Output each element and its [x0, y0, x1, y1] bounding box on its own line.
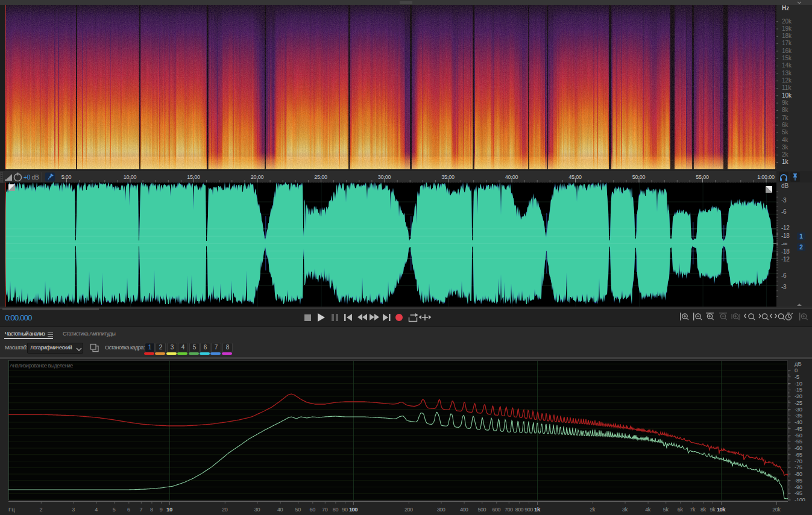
svg-text:35:00: 35:00 — [441, 174, 455, 180]
svg-text:-6: -6 — [781, 272, 787, 279]
svg-text:-35: -35 — [795, 412, 802, 419]
svg-text:20: 20 — [222, 507, 228, 513]
svg-text:9k: 9k — [710, 507, 716, 513]
svg-text:-12: -12 — [781, 225, 790, 231]
svg-text:45:00: 45:00 — [568, 174, 582, 180]
svg-text:Гц: Гц — [8, 506, 15, 513]
svg-text:-95: -95 — [795, 490, 802, 496]
svg-text:50: 50 — [295, 507, 301, 513]
svg-text:-75: -75 — [795, 464, 802, 470]
svg-text:15k: 15k — [782, 55, 792, 61]
svg-text:18k: 18k — [782, 33, 792, 39]
svg-text:6k: 6k — [782, 122, 789, 128]
svg-text:30:00: 30:00 — [378, 174, 391, 180]
svg-text:2k: 2k — [590, 507, 596, 513]
svg-text:10:00: 10:00 — [124, 174, 137, 180]
svg-text:8k: 8k — [782, 107, 789, 113]
svg-text:-30: -30 — [795, 406, 802, 413]
svg-text:8: 8 — [150, 507, 153, 513]
svg-text:20k: 20k — [782, 18, 792, 25]
svg-text:dB: dB — [781, 183, 789, 189]
svg-text:5:00: 5:00 — [61, 174, 72, 180]
svg-text:40:00: 40:00 — [505, 174, 518, 180]
svg-text:-18: -18 — [781, 248, 790, 255]
svg-text:-55: -55 — [795, 438, 802, 445]
svg-text:-85: -85 — [795, 477, 802, 484]
svg-text:1:00:00: 1:00:00 — [757, 174, 775, 180]
svg-text:6: 6 — [127, 507, 130, 513]
svg-text:10k: 10k — [782, 92, 792, 99]
svg-text:25:00: 25:00 — [314, 174, 327, 180]
svg-text:500: 500 — [478, 507, 486, 513]
svg-text:900: 900 — [524, 507, 533, 513]
svg-text:-50: -50 — [795, 432, 802, 439]
svg-text:-60: -60 — [795, 445, 802, 451]
svg-text:8k: 8k — [700, 507, 707, 513]
svg-text:7k: 7k — [782, 114, 789, 121]
svg-text:5k: 5k — [663, 507, 669, 513]
svg-text:20k: 20k — [772, 507, 781, 513]
svg-text:17k: 17k — [782, 40, 792, 46]
svg-text:800: 800 — [515, 507, 524, 513]
svg-text:3k: 3k — [622, 507, 628, 513]
svg-text:4: 4 — [95, 507, 98, 513]
svg-text:0:00.000: 0:00.000 — [5, 313, 32, 322]
svg-text:3: 3 — [72, 507, 75, 513]
svg-text:11k: 11k — [782, 84, 792, 91]
svg-text:15:00: 15:00 — [187, 174, 200, 180]
svg-text:400: 400 — [460, 507, 468, 513]
svg-text:-10: -10 — [795, 380, 802, 387]
svg-text:600: 600 — [493, 507, 501, 513]
svg-text:50:00: 50:00 — [632, 174, 646, 180]
svg-text:40: 40 — [277, 507, 283, 513]
svg-text:-65: -65 — [795, 451, 802, 458]
svg-text:0: 0 — [795, 367, 798, 373]
svg-text:10k: 10k — [717, 506, 726, 513]
svg-text:-∞: -∞ — [781, 240, 787, 247]
svg-text:700: 700 — [505, 507, 513, 513]
svg-text:60: 60 — [310, 507, 316, 513]
svg-text:100: 100 — [349, 506, 357, 513]
svg-text:7k: 7k — [690, 507, 696, 513]
svg-text:4k: 4k — [782, 137, 789, 143]
svg-text:4k: 4k — [645, 507, 651, 513]
svg-text:-70: -70 — [795, 458, 802, 464]
svg-text:3k: 3k — [782, 144, 789, 151]
svg-text:Анализированое выделение: Анализированое выделение — [10, 363, 73, 369]
svg-text:Hz: Hz — [782, 5, 789, 11]
svg-text:-100: -100 — [795, 496, 805, 501]
svg-text:-18: -18 — [781, 233, 790, 239]
svg-text:+0: +0 — [24, 174, 31, 181]
svg-text:14k: 14k — [782, 62, 792, 69]
svg-text:13k: 13k — [782, 70, 792, 76]
svg-text:19k: 19k — [782, 25, 792, 32]
svg-text:300: 300 — [437, 507, 445, 513]
svg-text:70: 70 — [322, 507, 328, 513]
svg-text:6k: 6k — [678, 507, 684, 513]
svg-text:7: 7 — [139, 507, 142, 513]
svg-text:1k: 1k — [534, 506, 541, 513]
svg-text:-45: -45 — [795, 425, 802, 432]
svg-text:9k: 9k — [782, 99, 789, 106]
svg-text:-20: -20 — [795, 393, 802, 399]
svg-text:-90: -90 — [795, 484, 802, 490]
svg-text:55:00: 55:00 — [696, 174, 709, 180]
svg-text:2: 2 — [39, 507, 42, 513]
svg-text:-80: -80 — [795, 470, 802, 477]
svg-text:-6: -6 — [781, 208, 787, 215]
svg-text:-3: -3 — [781, 197, 787, 204]
svg-text:2k: 2k — [782, 151, 789, 158]
svg-text:200: 200 — [404, 507, 413, 513]
svg-text:-15: -15 — [795, 386, 802, 393]
svg-text:16k: 16k — [782, 48, 792, 54]
svg-text:-5: -5 — [795, 373, 799, 380]
svg-text:9: 9 — [160, 507, 163, 513]
svg-text:dB: dB — [32, 174, 40, 181]
svg-text:12k: 12k — [782, 77, 792, 84]
svg-text:-40: -40 — [795, 419, 802, 425]
svg-text:30: 30 — [254, 507, 260, 513]
svg-text:1k: 1k — [782, 158, 789, 165]
svg-text:80: 80 — [333, 507, 339, 513]
svg-text:5k: 5k — [782, 129, 789, 136]
svg-text:10: 10 — [166, 506, 172, 513]
